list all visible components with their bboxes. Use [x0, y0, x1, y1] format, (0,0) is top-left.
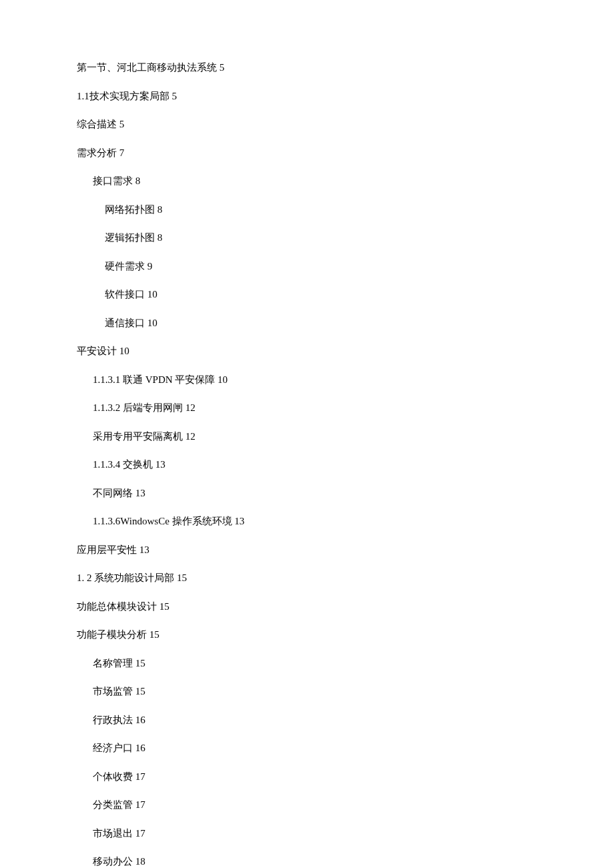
toc-page: 13 — [139, 544, 149, 555]
toc-title: 个体收费 — [93, 771, 133, 782]
toc-entry: 硬件需求 9 — [77, 259, 537, 274]
toc-title: 采用专用平安隔离机 — [93, 431, 183, 442]
toc-title: 行政执法 — [93, 715, 133, 725]
toc-entry: 不同网络 13 — [77, 486, 537, 501]
toc-entry: 软件接口 10 — [77, 287, 537, 302]
toc-title: 功能总体模块设计 — [77, 601, 157, 612]
toc-page: 16 — [135, 743, 145, 753]
toc-title: 市场监管 — [93, 686, 133, 697]
toc-entry: 移动办公 18 — [77, 854, 537, 868]
toc-page: 10 — [147, 318, 158, 328]
toc-page: 13 — [234, 516, 244, 526]
toc-entry: 平安设计 10 — [77, 344, 537, 359]
toc-page: 12 — [186, 402, 196, 413]
toc-entry: 1. 2 系统功能设计局部 15 — [77, 570, 537, 586]
toc-page: 13 — [156, 459, 166, 470]
toc-entry: 名称管理 15 — [77, 656, 537, 671]
toc-title: 第一节、河北工商移动执法系统 — [77, 62, 217, 73]
toc-title: 不同网络 — [93, 488, 133, 498]
toc-title: 逻辑拓扑图 — [105, 232, 155, 243]
toc-title: 1.1.3.2 后端专用网闸 — [93, 402, 183, 413]
toc-entry: 接口需求 8 — [77, 173, 537, 189]
toc-title: 网络拓扑图 — [105, 204, 155, 215]
toc-entry: 第一节、河北工商移动执法系统 5 — [77, 60, 537, 75]
toc-page: 15 — [135, 686, 145, 697]
toc-entry: 行政执法 16 — [77, 713, 537, 728]
toc-entry: 1.1.3.1 联通 VPDN 平安保障 10 — [77, 372, 537, 388]
toc-title: 需求分析 — [77, 147, 117, 158]
toc-entry: 功能总体模块设计 15 — [77, 599, 537, 614]
toc-page: 10 — [218, 374, 228, 385]
toc-title: 综合描述 — [77, 119, 117, 129]
toc-title: 分类监管 — [93, 799, 133, 810]
toc-title: 经济户口 — [93, 743, 133, 753]
toc-page: 9 — [147, 261, 153, 272]
toc-page: 17 — [135, 799, 145, 810]
toc-entry: 1.1技术实现方案局部 5 — [77, 89, 537, 104]
toc-entry: 逻辑拓扑图 8 — [77, 230, 537, 246]
toc-title: 市场退出 — [93, 828, 133, 839]
toc-page: 15 — [177, 572, 187, 583]
toc-title: 软件接口 — [105, 289, 145, 300]
toc-title: 接口需求 — [93, 175, 133, 186]
toc-page: 8 — [158, 232, 163, 243]
toc-title: 应用层平安性 — [77, 544, 137, 555]
toc-page: 17 — [135, 771, 145, 782]
toc-page: 12 — [186, 431, 196, 442]
toc-page: 7 — [119, 147, 125, 158]
toc-entry: 应用层平安性 13 — [77, 542, 537, 558]
toc-entry: 个体收费 17 — [77, 769, 537, 785]
toc-entry: 1.1.3.6WindowsCe 操作系统环境 13 — [77, 514, 537, 529]
toc-page: 13 — [135, 488, 145, 498]
toc-title: 1.1技术实现方案局部 — [77, 91, 170, 101]
toc-page: 10 — [147, 289, 158, 300]
toc-page: 15 — [149, 629, 160, 640]
toc-title: 移动办公 — [93, 856, 133, 867]
toc-title: 1.1.3.6WindowsCe 操作系统环境 — [93, 516, 232, 526]
toc-page: 5 — [119, 119, 125, 129]
toc-title: 名称管理 — [93, 658, 133, 669]
toc-entry: 1.1.3.4 交换机 13 — [77, 457, 537, 472]
toc-title: 1.1.3.4 交换机 — [93, 459, 153, 470]
toc-title: 功能子模块分析 — [77, 629, 147, 640]
toc-page: 15 — [160, 601, 170, 612]
toc-entry: 网络拓扑图 8 — [77, 202, 537, 218]
toc-page: 16 — [135, 715, 145, 725]
toc-title: 通信接口 — [105, 318, 145, 328]
toc-page: 10 — [119, 346, 129, 356]
toc-title: 1.1.3.1 联通 VPDN 平安保障 — [93, 374, 215, 385]
toc-entry: 功能子模块分析 15 — [77, 627, 537, 642]
toc-page: 8 — [158, 204, 163, 215]
toc-page: 18 — [135, 856, 145, 867]
toc-title: 平安设计 — [77, 346, 117, 356]
document-page: 第一节、河北工商移动执法系统 5 1.1技术实现方案局部 5 综合描述 5 需求… — [0, 0, 614, 868]
toc-entry: 市场监管 15 — [77, 684, 537, 699]
toc-title: 1. 2 系统功能设计局部 — [77, 572, 174, 583]
toc-page: 15 — [135, 658, 145, 669]
toc-title: 硬件需求 — [105, 261, 145, 272]
toc-page: 8 — [135, 175, 141, 186]
toc-entry: 通信接口 10 — [77, 316, 537, 331]
toc-page: 5 — [172, 91, 178, 101]
toc-entry: 经济户口 16 — [77, 741, 537, 756]
toc-entry: 分类监管 17 — [77, 797, 537, 813]
toc-page: 5 — [220, 62, 225, 73]
toc-entry: 市场退出 17 — [77, 826, 537, 841]
toc-entry: 综合描述 5 — [77, 117, 537, 132]
toc-entry: 采用专用平安隔离机 12 — [77, 429, 537, 444]
toc-entry: 需求分析 7 — [77, 145, 537, 161]
toc-entry: 1.1.3.2 后端专用网闸 12 — [77, 400, 537, 416]
toc-page: 17 — [135, 828, 145, 839]
